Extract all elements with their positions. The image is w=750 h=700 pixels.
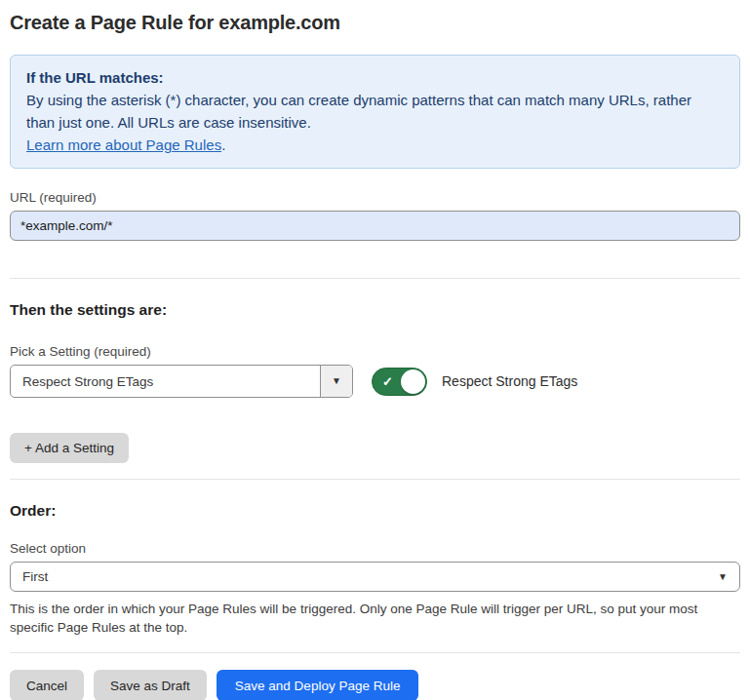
setting-select[interactable]: Respect Strong ETags ▼ [10, 365, 353, 398]
setting-select-arrow-button[interactable]: ▼ [320, 366, 352, 397]
chevron-down-icon: ▼ [332, 376, 341, 386]
url-input[interactable] [10, 211, 740, 241]
info-box-heading: If the URL matches: [26, 66, 724, 89]
footer-divider [10, 652, 740, 653]
info-box-link-line: Learn more about Page Rules. [26, 134, 724, 156]
check-icon: ✓ [382, 375, 393, 388]
setting-row: Respect Strong ETags ▼ ✓ Respect Strong … [10, 365, 740, 398]
section-divider [10, 479, 740, 480]
page-title: Create a Page Rule for example.com [10, 12, 740, 34]
link-period: . [221, 136, 225, 153]
setting-select-value: Respect Strong ETags [11, 374, 153, 389]
footer-actions: Cancel Save as Draft Save and Deploy Pag… [10, 670, 740, 700]
chevron-down-icon: ▼ [718, 572, 728, 582]
order-select-label: Select option [10, 541, 740, 556]
pick-setting-label: Pick a Setting (required) [10, 344, 740, 359]
url-match-info-box: If the URL matches: By using the asteris… [10, 55, 740, 169]
create-page-rule-form: Create a Page Rule for example.com If th… [0, 0, 750, 700]
cancel-button[interactable]: Cancel [10, 670, 84, 700]
add-setting-button[interactable]: + Add a Setting [10, 433, 129, 463]
order-help-text: This is the order in which your Page Rul… [10, 600, 740, 637]
etag-toggle[interactable]: ✓ [372, 368, 427, 396]
order-heading: Order: [10, 502, 740, 520]
info-box-body: By using the asterisk (*) character, you… [26, 89, 724, 134]
save-draft-button[interactable]: Save as Draft [94, 670, 207, 700]
learn-more-link[interactable]: Learn more about Page Rules [26, 136, 221, 153]
save-deploy-button[interactable]: Save and Deploy Page Rule [217, 670, 419, 700]
order-select-value: First [22, 569, 48, 584]
url-label: URL (required) [10, 190, 740, 205]
order-select[interactable]: First ▼ [10, 562, 740, 592]
toggle-label: Respect Strong ETags [442, 373, 577, 389]
toggle-knob [401, 369, 425, 394]
section-divider [10, 278, 740, 279]
settings-heading: Then the settings are: [10, 301, 740, 319]
